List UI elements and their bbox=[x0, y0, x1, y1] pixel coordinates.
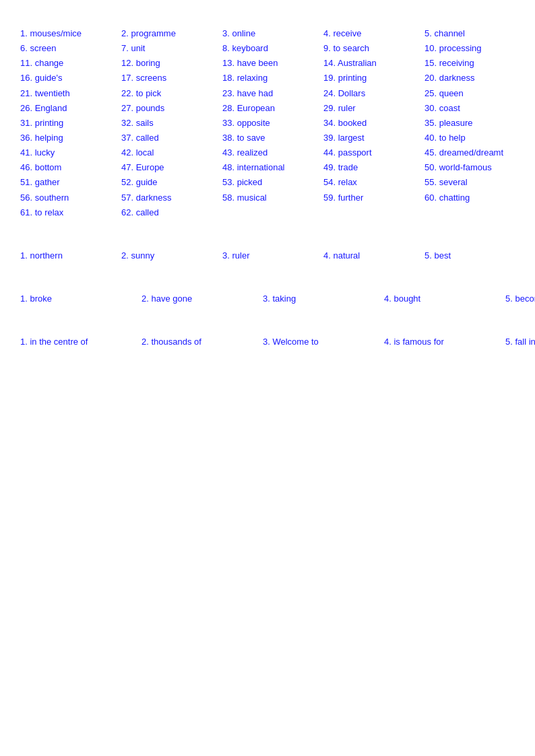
list-item: 61. to relax bbox=[20, 206, 121, 219]
section-3: 1. broke2. have gone3. taking4. bought5.… bbox=[20, 292, 515, 306]
list-item: 19. printing bbox=[323, 71, 424, 85]
list-item: 52. guide bbox=[121, 176, 222, 189]
section-2: 1. northern2. sunny3. ruler4. natural5. … bbox=[20, 249, 515, 263]
table-row: 21. twentieth22. to pick23. have had24. … bbox=[20, 87, 515, 100]
list-item: 14. Australian bbox=[323, 57, 424, 70]
list-item: 3. ruler bbox=[222, 249, 323, 263]
list-item: 53. picked bbox=[222, 176, 323, 189]
list-item: 15. receiving bbox=[424, 57, 526, 70]
table-row: 1. northern2. sunny3. ruler4. natural5. … bbox=[20, 249, 515, 263]
list-item: 42. local bbox=[121, 146, 222, 160]
list-item: 3. taking bbox=[263, 292, 384, 306]
list-item bbox=[222, 206, 323, 219]
list-item: 12. boring bbox=[121, 57, 222, 70]
list-item: 60. chatting bbox=[424, 191, 526, 205]
table-row: 16. guide's17. screens18. relaxing19. pr… bbox=[20, 71, 515, 85]
list-item: 45. dreamed/dreamt bbox=[424, 146, 526, 160]
list-item: 59. further bbox=[323, 191, 424, 205]
list-item: 8. keyboard bbox=[222, 42, 323, 55]
list-item: 9. to search bbox=[323, 42, 424, 55]
table-row: 36. helping37. called38. to save39. larg… bbox=[20, 131, 515, 145]
list-item: 22. to pick bbox=[121, 87, 222, 100]
list-item: 16. guide's bbox=[20, 71, 121, 85]
list-item: 2. thousands of bbox=[141, 335, 263, 349]
table-row: 56. southern57. darkness58. musical59. f… bbox=[20, 191, 515, 205]
list-item: 50. world-famous bbox=[424, 161, 526, 174]
table-row: 1. broke2. have gone3. taking4. bought5.… bbox=[20, 292, 515, 306]
list-item: 20. darkness bbox=[424, 71, 526, 85]
list-item: 26. England bbox=[20, 102, 121, 115]
list-item: 56. southern bbox=[20, 191, 121, 205]
list-item: 5. fall into bbox=[505, 335, 535, 349]
table-row: 11. change12. boring13. have been14. Aus… bbox=[20, 57, 515, 70]
list-item: 1. northern bbox=[20, 249, 121, 263]
list-item: 48. international bbox=[222, 161, 323, 174]
list-item: 4. receive bbox=[323, 27, 424, 40]
list-item: 4. natural bbox=[323, 249, 424, 263]
table-row: 26. England27. pounds28. European29. rul… bbox=[20, 102, 515, 115]
list-item: 24. Dollars bbox=[323, 87, 424, 100]
list-item: 2. sunny bbox=[121, 249, 222, 263]
list-item: 5. channel bbox=[424, 27, 526, 40]
list-item: 37. called bbox=[121, 131, 222, 145]
list-item: 46. bottom bbox=[20, 161, 121, 174]
list-item: 62. called bbox=[121, 206, 222, 219]
list-item: 11. change bbox=[20, 57, 121, 70]
list-item: 5. becoming bbox=[505, 292, 535, 306]
list-item: 32. sails bbox=[121, 116, 222, 130]
table-row: 61. to relax62. called bbox=[20, 206, 515, 219]
list-item: 6. screen bbox=[20, 42, 121, 55]
list-item: 3. online bbox=[222, 27, 323, 40]
table-row: 46. bottom47. Europe48. international49.… bbox=[20, 161, 515, 174]
list-item: 51. gather bbox=[20, 176, 121, 189]
list-item: 2. programme bbox=[121, 27, 222, 40]
section-1: 1. mouses/mice2. programme3. online4. re… bbox=[20, 27, 515, 219]
list-item: 33. opposite bbox=[222, 116, 323, 130]
list-item: 54. relax bbox=[323, 176, 424, 189]
list-item: 25. queen bbox=[424, 87, 526, 100]
list-item: 7. unit bbox=[121, 42, 222, 55]
list-item: 44. passport bbox=[323, 146, 424, 160]
list-item: 13. have been bbox=[222, 57, 323, 70]
section-4: 1. in the centre of2. thousands of3. Wel… bbox=[20, 335, 515, 349]
list-item: 4. is famous for bbox=[384, 335, 505, 349]
list-item: 30. coast bbox=[424, 102, 526, 115]
table-row: 1. mouses/mice2. programme3. online4. re… bbox=[20, 27, 515, 40]
list-item: 28. European bbox=[222, 102, 323, 115]
list-item bbox=[424, 206, 526, 219]
list-item: 58. musical bbox=[222, 191, 323, 205]
list-item: 40. to help bbox=[424, 131, 526, 145]
list-item: 34. booked bbox=[323, 116, 424, 130]
table-row: 51. gather52. guide53. picked54. relax55… bbox=[20, 176, 515, 189]
list-item: 10. processing bbox=[424, 42, 526, 55]
list-item: 4. bought bbox=[384, 292, 505, 306]
list-item: 43. realized bbox=[222, 146, 323, 160]
list-item: 23. have had bbox=[222, 87, 323, 100]
list-item: 27. pounds bbox=[121, 102, 222, 115]
table-row: 1. in the centre of2. thousands of3. Wel… bbox=[20, 335, 515, 349]
list-item: 18. relaxing bbox=[222, 71, 323, 85]
table-row: 41. lucky42. local43. realized44. passpo… bbox=[20, 146, 515, 160]
list-item: 1. mouses/mice bbox=[20, 27, 121, 40]
list-item: 5. best bbox=[424, 249, 526, 263]
list-item: 55. several bbox=[424, 176, 526, 189]
list-item: 49. trade bbox=[323, 161, 424, 174]
list-item: 29. ruler bbox=[323, 102, 424, 115]
list-item: 31. printing bbox=[20, 116, 121, 130]
table-row: 31. printing32. sails33. opposite34. boo… bbox=[20, 116, 515, 130]
list-item: 36. helping bbox=[20, 131, 121, 145]
table-row: 6. screen7. unit8. keyboard9. to search1… bbox=[20, 42, 515, 55]
list-item: 1. broke bbox=[20, 292, 141, 306]
list-item: 38. to save bbox=[222, 131, 323, 145]
list-item: 47. Europe bbox=[121, 161, 222, 174]
list-item: 41. lucky bbox=[20, 146, 121, 160]
list-item: 1. in the centre of bbox=[20, 335, 141, 349]
list-item: 35. pleasure bbox=[424, 116, 526, 130]
list-item: 21. twentieth bbox=[20, 87, 121, 100]
list-item: 3. Welcome to bbox=[263, 335, 384, 349]
list-item: 39. largest bbox=[323, 131, 424, 145]
list-item: 2. have gone bbox=[141, 292, 263, 306]
main-content: 1. mouses/mice2. programme3. online4. re… bbox=[20, 27, 515, 349]
list-item: 57. darkness bbox=[121, 191, 222, 205]
list-item: 17. screens bbox=[121, 71, 222, 85]
